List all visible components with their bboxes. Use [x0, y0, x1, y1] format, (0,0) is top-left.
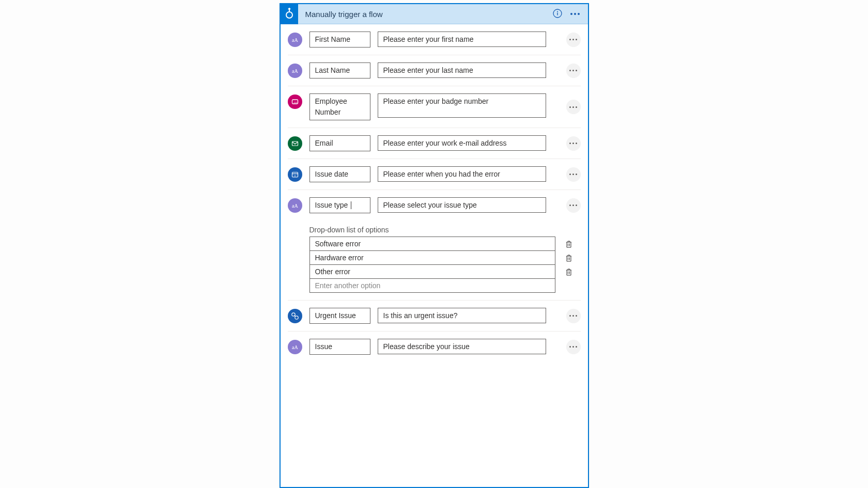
row-menu-button[interactable]	[566, 340, 581, 354]
svg-text:123: 123	[293, 101, 298, 104]
svg-text:aA: aA	[292, 203, 298, 209]
input-row-issue: aA Issue Please describe your issue	[288, 332, 581, 362]
card-header[interactable]: Manually trigger a flow	[281, 4, 588, 24]
number-icon: 123	[288, 95, 302, 109]
dropdown-option-input[interactable]	[309, 250, 555, 265]
row-menu-button[interactable]	[566, 64, 581, 78]
dropdown-option-input[interactable]	[309, 237, 555, 251]
card-title: Manually trigger a flow	[305, 10, 546, 19]
input-label-text: Issue type	[315, 200, 348, 211]
input-description[interactable]: Please enter when you had the error	[378, 166, 546, 182]
input-description[interactable]: Please enter your badge number	[378, 93, 546, 118]
svg-point-14	[295, 316, 298, 319]
input-label[interactable]: Urgent Issue	[309, 308, 370, 324]
text-icon: aA	[288, 33, 302, 47]
date-icon: 31	[288, 167, 302, 182]
info-icon[interactable]	[553, 9, 562, 20]
input-description[interactable]: Please enter your work e-mail address	[378, 135, 546, 151]
input-description[interactable]: Please enter your first name	[378, 32, 546, 47]
svg-text:aA: aA	[292, 37, 298, 43]
dropdown-option-row	[309, 237, 581, 251]
svg-text:aA: aA	[292, 68, 298, 74]
dropdown-add-option-input[interactable]	[309, 278, 555, 293]
dropdown-option-row	[309, 265, 581, 279]
row-menu-button[interactable]	[566, 167, 581, 182]
row-menu-button[interactable]	[566, 136, 581, 151]
input-label[interactable]: Email	[309, 135, 370, 151]
email-icon	[288, 136, 302, 151]
input-label[interactable]: Issue date	[309, 166, 370, 182]
input-row-last-name: aA Last Name Please enter your last name	[288, 55, 581, 86]
svg-point-0	[286, 12, 292, 18]
input-row-issue-type: aA Issue type Please select your issue t…	[288, 190, 581, 301]
svg-point-13	[291, 313, 295, 316]
yes-no-icon	[288, 309, 302, 323]
input-label[interactable]: Employee Number	[309, 93, 370, 120]
dropdown-option-row	[309, 279, 581, 293]
input-label[interactable]: Issue	[309, 339, 370, 355]
card-body: aA First Name Please enter your first na…	[281, 24, 588, 362]
input-row-email: Email Please enter your work e-mail addr…	[288, 128, 581, 159]
input-description[interactable]: Please select your issue type	[378, 197, 546, 213]
input-row-issue-date: 31 Issue date Please enter when you had …	[288, 159, 581, 190]
input-description[interactable]: Please describe your issue	[378, 339, 546, 354]
text-icon: aA	[288, 198, 302, 213]
more-options-icon[interactable]	[570, 13, 580, 15]
input-description[interactable]: Please enter your last name	[378, 62, 546, 78]
dropdown-options-label: Drop-down list of options	[309, 226, 581, 234]
input-label[interactable]: Issue type	[309, 197, 370, 213]
input-row-employee-number: 123 Employee Number Please enter your ba…	[288, 86, 581, 128]
row-menu-button[interactable]	[566, 33, 581, 47]
dropdown-option-row	[309, 251, 581, 265]
row-menu-button[interactable]	[566, 198, 581, 213]
input-row-urgent-issue: Urgent Issue Is this an urgent issue?	[288, 301, 581, 332]
dropdown-options-section: Drop-down list of options	[288, 221, 581, 293]
delete-option-button[interactable]	[564, 240, 574, 248]
row-menu-button[interactable]	[566, 309, 581, 323]
text-cursor-icon	[351, 201, 351, 209]
input-label[interactable]: First Name	[309, 32, 370, 48]
trigger-icon	[281, 4, 298, 24]
input-row-first-name: aA First Name Please enter your first na…	[288, 24, 581, 55]
delete-option-button[interactable]	[564, 268, 574, 276]
delete-option-button[interactable]	[564, 254, 574, 262]
input-label[interactable]: Last Name	[309, 62, 370, 78]
text-icon: aA	[288, 340, 302, 354]
dropdown-option-input[interactable]	[309, 264, 555, 279]
input-description[interactable]: Is this an urgent issue?	[378, 308, 546, 323]
svg-text:aA: aA	[292, 344, 298, 350]
text-icon: aA	[288, 64, 302, 78]
row-menu-button[interactable]	[566, 100, 581, 114]
svg-text:31: 31	[293, 175, 297, 177]
trigger-card: Manually trigger a flow aA First Name Pl…	[280, 3, 589, 488]
svg-rect-3	[557, 12, 557, 15]
svg-point-2	[557, 11, 558, 12]
